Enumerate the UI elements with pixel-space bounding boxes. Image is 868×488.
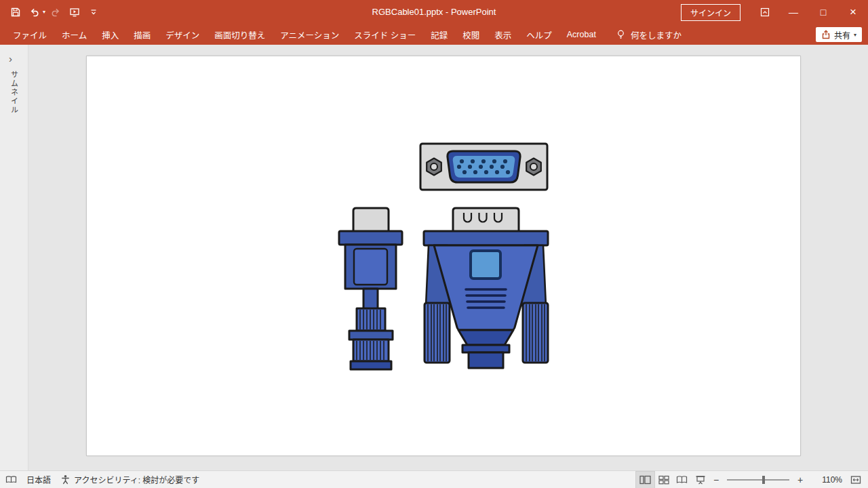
ribbon-tab-slideshow[interactable]: スライド ショー <box>347 24 423 45</box>
reading-view-button[interactable] <box>673 472 691 488</box>
maximize-button[interactable]: □ <box>808 0 838 24</box>
zoom-slider[interactable] <box>727 479 789 481</box>
normal-view-button[interactable] <box>636 472 654 488</box>
close-icon: × <box>850 5 856 19</box>
slideshow-icon <box>695 475 706 485</box>
slideshow-view-button[interactable] <box>691 472 709 488</box>
ribbon-tab-bar: ファイル ホーム 挿入 描画 デザイン 画面切り替え アニメーション スライド … <box>0 24 868 45</box>
spell-check-icon <box>5 474 17 485</box>
zoom-out-button[interactable]: − <box>709 474 723 485</box>
thumbnail-pane-collapsed: › サムネイル <box>0 45 28 470</box>
ribbon-tab-acrobat[interactable]: Acrobat <box>559 26 604 43</box>
language-label: 日本語 <box>26 474 51 485</box>
ribbon-tab-insert[interactable]: 挿入 <box>94 24 126 45</box>
quick-access-toolbar: ▾ <box>0 3 102 21</box>
language-button[interactable]: 日本語 <box>26 474 51 485</box>
reading-view-icon <box>676 475 688 484</box>
minimize-button[interactable]: — <box>778 0 808 24</box>
normal-view-icon <box>639 475 651 485</box>
undo-button[interactable] <box>26 3 43 21</box>
status-bar-right: − + 110% <box>636 472 863 488</box>
ribbon-tab-transitions[interactable]: 画面切り替え <box>207 24 273 45</box>
share-label: 共有 <box>834 29 850 41</box>
vga-plug-rear-view-shape[interactable] <box>424 208 548 368</box>
save-icon <box>10 7 21 18</box>
ribbon-tab-review[interactable]: 校閲 <box>455 24 487 45</box>
vga-female-port-shape[interactable] <box>420 144 547 190</box>
start-from-beginning-button[interactable] <box>66 3 83 21</box>
share-icon <box>821 30 831 39</box>
fit-slide-to-window-button[interactable] <box>850 475 861 485</box>
redo-icon <box>50 7 61 18</box>
tell-me-search[interactable]: 何をしますか <box>616 28 682 41</box>
tell-me-label: 何をしますか <box>631 28 682 41</box>
spell-check-button[interactable] <box>5 474 17 485</box>
close-button[interactable]: × <box>838 0 868 24</box>
accessibility-status-button[interactable]: アクセシビリティ: 検討が必要です <box>60 474 199 485</box>
dsub-face <box>453 156 515 178</box>
customize-quick-access-button[interactable] <box>85 3 102 21</box>
zoom-percentage[interactable]: 110% <box>812 475 842 485</box>
accessibility-icon <box>60 474 71 485</box>
customize-qat-icon <box>90 8 98 16</box>
redo-button[interactable] <box>47 3 64 21</box>
zoom-slider-thumb[interactable] <box>762 476 765 484</box>
workspace: › サムネイル <box>0 45 868 470</box>
ribbon-tab-view[interactable]: 表示 <box>487 24 519 45</box>
status-bar: 日本語 アクセシビリティ: 検討が必要です − + 110% <box>0 470 868 488</box>
slide-canvas[interactable] <box>87 56 800 455</box>
title-bar: RGBCable01.pptx - PowerPoint ▾ サインイン — □… <box>0 0 868 24</box>
ribbon-tab-file[interactable]: ファイル <box>5 24 54 45</box>
accessibility-label: アクセシビリティ: 検討が必要です <box>74 474 199 485</box>
slide-sorter-icon <box>658 475 669 485</box>
ribbon-tab-draw[interactable]: 描画 <box>126 24 158 45</box>
rear-window <box>471 251 500 279</box>
ribbon-tab-animations[interactable]: アニメーション <box>273 24 347 45</box>
ribbon-tab-help[interactable]: ヘルプ <box>519 24 559 45</box>
thumbnail-pane-label[interactable]: サムネイル <box>9 70 20 115</box>
lightbulb-icon <box>616 29 626 40</box>
slide-drawing <box>87 56 800 455</box>
save-button[interactable] <box>7 3 24 21</box>
sign-in-button[interactable]: サインイン <box>681 4 741 21</box>
undo-icon <box>29 7 40 18</box>
vga-plug-side-view-shape[interactable] <box>339 208 402 369</box>
ribbon-display-options-icon <box>760 7 770 18</box>
slide-sorter-view-button[interactable] <box>654 472 673 488</box>
share-caret-icon: ▾ <box>854 32 856 38</box>
start-slideshow-icon <box>69 7 80 18</box>
minimize-icon: — <box>789 7 798 18</box>
ribbon-tab-record[interactable]: 記録 <box>423 24 455 45</box>
ribbon-tab-home[interactable]: ホーム <box>54 24 94 45</box>
ribbon-tab-design[interactable]: デザイン <box>158 24 207 45</box>
zoom-in-button[interactable]: + <box>793 474 807 485</box>
title-bar-controls: サインイン — □ × <box>681 0 868 24</box>
fit-to-window-icon <box>850 475 861 485</box>
undo-dropdown-caret[interactable]: ▾ <box>43 9 45 15</box>
ribbon-display-options-button[interactable] <box>751 0 778 24</box>
share-button[interactable]: 共有 ▾ <box>816 27 862 42</box>
maximize-icon: □ <box>821 7 826 18</box>
expand-thumbnails-button[interactable]: › <box>9 53 12 64</box>
